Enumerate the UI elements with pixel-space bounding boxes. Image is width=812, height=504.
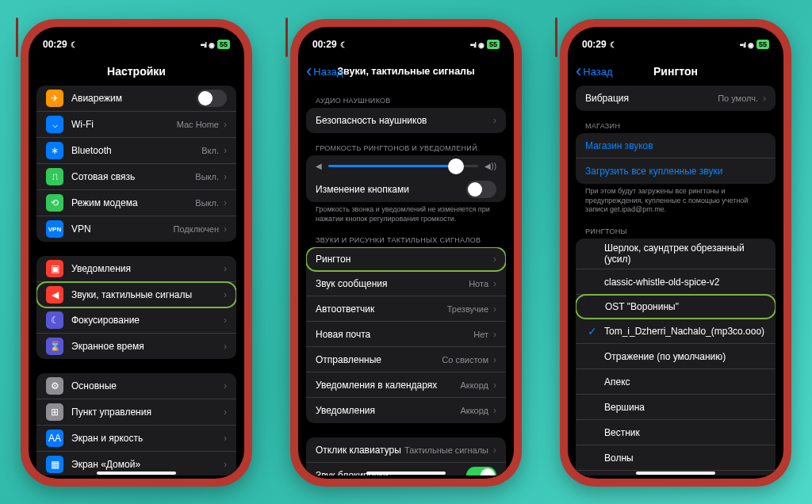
tone-whistle[interactable]: classic-whistle-old-spice-v2 bbox=[576, 269, 776, 295]
row-label: Экран «Домой» bbox=[71, 459, 219, 470]
section-header: МАГАЗИН bbox=[576, 111, 776, 133]
row-label: Отправленные bbox=[316, 354, 442, 365]
section-header: ЗВУКИ И РИСУНКИ ТАКТИЛЬНЫХ СИГНАЛОВ bbox=[306, 225, 506, 247]
row-ringtone[interactable]: Рингтон bbox=[306, 247, 506, 272]
home-indicator[interactable] bbox=[97, 472, 176, 475]
row-sent-mail[interactable]: ОтправленныеСо свистом bbox=[306, 347, 506, 372]
back-button[interactable]: Назад bbox=[306, 66, 343, 78]
airplane-icon: ✈︎ bbox=[46, 90, 63, 107]
chevron-icon bbox=[493, 115, 496, 126]
phone-sounds: 00:29 55 Назад Звуки, тактильные сигналы… bbox=[290, 19, 522, 487]
volume-low-icon: ◀︎ bbox=[316, 162, 322, 170]
home-indicator[interactable] bbox=[366, 472, 446, 475]
row-vibration[interactable]: ВибрацияПо умолч. bbox=[576, 86, 776, 111]
vpn-icon: VPN bbox=[46, 220, 63, 238]
tone-reflection[interactable]: Отражение (по умолчанию) bbox=[576, 344, 776, 369]
row-wifi[interactable]: ⌵Wi-FiMac Home bbox=[36, 112, 236, 138]
row-display[interactable]: AAЭкран и яркость bbox=[36, 426, 236, 452]
row-new-mail[interactable]: Новая почтаНет bbox=[306, 322, 506, 347]
row-label: Уведомления bbox=[71, 263, 219, 274]
chevron-icon bbox=[224, 223, 227, 235]
hotspot-icon: ⟲ bbox=[46, 194, 63, 212]
bluetooth-icon: ∗ bbox=[46, 142, 63, 159]
row-value: Нота bbox=[469, 279, 488, 288]
chevron-icon bbox=[224, 459, 227, 470]
dnd-icon bbox=[340, 39, 347, 50]
chevron-icon bbox=[224, 315, 227, 326]
row-airplane[interactable]: ✈︎Авиарежим bbox=[36, 86, 236, 112]
row-bluetooth[interactable]: ∗BluetoothВкл. bbox=[36, 138, 236, 164]
battery-icon: 55 bbox=[217, 40, 230, 49]
row-sounds[interactable]: ◀︎Звуки, тактильные сигналы bbox=[36, 281, 236, 308]
row-label: Автоответчик bbox=[316, 304, 447, 315]
chevron-icon bbox=[224, 197, 227, 208]
row-value: Mac Home bbox=[177, 120, 219, 129]
row-screentime[interactable]: ⌛Экранное время bbox=[36, 334, 236, 359]
tone-vestnik[interactable]: Вестник bbox=[576, 420, 776, 445]
signal-icon bbox=[201, 39, 206, 50]
status-time: 00:29 bbox=[582, 39, 607, 50]
row-calendar[interactable]: Уведомления в календаряхАккорд bbox=[306, 372, 506, 398]
chevron-icon bbox=[224, 433, 227, 444]
row-value: Нет bbox=[473, 330, 488, 339]
wifi-icon bbox=[209, 39, 215, 50]
row-focus[interactable]: ☾Фокусирование bbox=[36, 307, 236, 334]
chevron-icon bbox=[224, 380, 227, 391]
row-keyboard-feedback[interactable]: Отклик клавиатурыТактильные сигналы bbox=[306, 437, 506, 463]
tone-volny[interactable]: Волны bbox=[576, 445, 776, 471]
toggle[interactable] bbox=[466, 181, 496, 198]
tone-label: classic-whistle-old-spice-v2 bbox=[604, 277, 766, 288]
row-headphone-safety[interactable]: Безопасность наушников bbox=[306, 108, 506, 133]
chevron-icon bbox=[224, 341, 227, 352]
row-vpn[interactable]: VPNVPNПодключен bbox=[36, 216, 236, 242]
tone-label: OST "Воронины" bbox=[605, 301, 766, 312]
toggle[interactable] bbox=[197, 90, 227, 107]
row-label: Bluetooth bbox=[71, 145, 201, 156]
row-notifications[interactable]: ▣Уведомления bbox=[36, 256, 236, 282]
tone-tom[interactable]: ✓Tom_i_Dzherri_Nachalo_(mp3co.ooo) bbox=[576, 319, 776, 344]
row-download-purchased[interactable]: Загрузить все купленные звуки bbox=[576, 158, 776, 184]
phone-settings: 00:29 55 Настройки ✈︎Авиарежим⌵Wi-FiMac … bbox=[21, 19, 252, 487]
chevron-icon bbox=[493, 354, 496, 365]
row-label: Авиарежим bbox=[71, 93, 197, 104]
signal-icon bbox=[740, 39, 745, 50]
row-label: Фокусирование bbox=[71, 315, 219, 326]
back-button[interactable]: Назад bbox=[576, 66, 613, 78]
row-label: Уведомления bbox=[316, 405, 461, 416]
row-value: Аккорд bbox=[461, 380, 489, 390]
tone-voroniny[interactable]: OST "Воронины" bbox=[576, 294, 776, 319]
toggle[interactable] bbox=[466, 467, 496, 475]
row-value: Выкл. bbox=[195, 172, 219, 181]
tone-sherlock[interactable]: Шерлок, саундтрек обрезанный (усил) bbox=[576, 239, 776, 269]
row-voicemail[interactable]: АвтоответчикТрезвучие bbox=[306, 296, 506, 322]
tone-label: Вершина bbox=[604, 402, 766, 413]
notifications-icon: ▣ bbox=[46, 260, 63, 277]
tone-apex[interactable]: Апекс bbox=[576, 369, 776, 395]
tone-vershina[interactable]: Вершина bbox=[576, 395, 776, 420]
row-general[interactable]: ⚙Основные bbox=[36, 373, 236, 399]
home-indicator[interactable] bbox=[636, 472, 715, 475]
signal-icon bbox=[470, 39, 476, 50]
chevron-icon bbox=[224, 171, 227, 182]
chevron-icon bbox=[224, 119, 227, 130]
chevron-icon bbox=[763, 93, 766, 104]
row-value: Со свистом bbox=[442, 355, 488, 365]
section-footer: Громкость звонка и уведомлений не изменя… bbox=[306, 202, 506, 225]
row-text-tone[interactable]: Звук сообщенияНота bbox=[306, 271, 506, 296]
row-control-center[interactable]: ⊞Пункт управления bbox=[36, 399, 236, 426]
row-change-with-buttons[interactable]: Изменение кнопками bbox=[306, 177, 506, 202]
tone-label: Вестник bbox=[604, 427, 766, 438]
row-tone-store[interactable]: Магазин звуков bbox=[576, 133, 776, 158]
wifi-icon bbox=[748, 39, 754, 50]
row-reminders[interactable]: УведомленияАккорд bbox=[306, 398, 506, 423]
volume-slider[interactable] bbox=[328, 165, 478, 167]
page-title: Настройки bbox=[29, 65, 244, 78]
chevron-icon bbox=[224, 263, 227, 274]
cellular-icon: ⎍ bbox=[46, 168, 63, 185]
home-screen-icon: ▦ bbox=[46, 456, 63, 473]
row-cellular[interactable]: ⎍Сотовая связьВыкл. bbox=[36, 164, 236, 190]
chevron-icon bbox=[224, 407, 227, 418]
row-value: Аккорд bbox=[461, 406, 489, 415]
sounds-icon: ◀︎ bbox=[46, 286, 63, 304]
row-hotspot[interactable]: ⟲Режим модемаВыкл. bbox=[36, 190, 236, 216]
